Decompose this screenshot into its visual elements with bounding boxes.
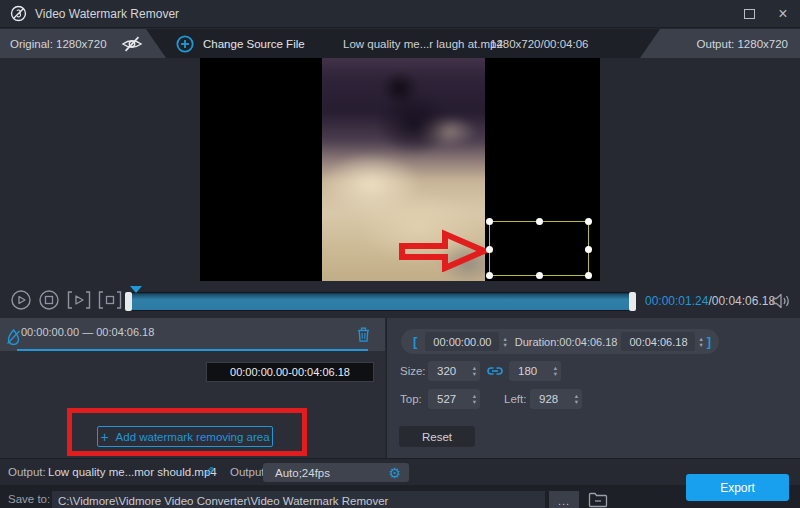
reset-button[interactable]: Reset	[399, 426, 475, 447]
start-time-stepper[interactable]: ▴ ▾	[503, 336, 506, 348]
hide-preview-eye-off-icon[interactable]	[121, 36, 143, 52]
selection-handle-ne[interactable]	[585, 218, 592, 225]
video-frame	[200, 58, 600, 281]
selection-handle-se[interactable]	[585, 272, 592, 279]
timeline-end-handle[interactable]	[629, 292, 636, 311]
bracket-close-icon: ]	[707, 334, 711, 349]
current-time: 00:00:01.24	[645, 294, 708, 308]
stepper-down-icon[interactable]: ▾	[473, 371, 476, 377]
left-label: Left:	[504, 393, 526, 405]
segment-time-range: 00:00:00.00 — 00:04:06.18	[21, 326, 154, 338]
timeline-track[interactable]	[125, 290, 636, 311]
watermark-remover-icon	[6, 329, 21, 345]
add-circle-icon	[176, 35, 194, 53]
stepper-down-icon[interactable]: ▾	[503, 342, 506, 348]
properties-panel: [ 00:00:00.00 ▴ ▾ Duration:00:04:06.18 0…	[386, 318, 800, 458]
rename-pencil-icon[interactable]: ✎	[200, 464, 215, 479]
left-input[interactable]: 928 ▴ ▾	[530, 389, 582, 409]
video-stage	[0, 58, 800, 281]
output-format-select[interactable]: Auto;24fps ⚙	[263, 463, 409, 482]
total-time: /00:04:06.18	[708, 294, 775, 308]
selection-handle-sw[interactable]	[486, 272, 493, 279]
time-display: 00:00:01.24/00:04:06.18	[645, 294, 775, 308]
volume-icon[interactable]	[771, 293, 791, 309]
source-file-info: 1280x720/00:04:06	[490, 29, 588, 58]
stepper-down-icon[interactable]: ▾	[473, 399, 476, 405]
segment-active-underline	[17, 349, 368, 351]
play-button[interactable]	[10, 289, 32, 311]
maximize-icon	[744, 9, 755, 19]
video-watermark-remover-window: Video Watermark Remover × Original: 1280…	[0, 0, 800, 508]
selection-handle-s[interactable]	[536, 272, 543, 279]
red-arrow-annotation	[398, 228, 490, 272]
close-button[interactable]: ×	[766, 0, 800, 28]
change-source-file-label: Change Source File	[203, 38, 305, 50]
height-input[interactable]: 180 ▴ ▾	[509, 361, 561, 381]
add-watermark-area-label: Add watermark removing area	[116, 431, 270, 443]
size-label: Size:	[400, 365, 426, 377]
stop-segment-button[interactable]	[97, 289, 123, 311]
output-resolution-tab: Output: 1280x720	[640, 29, 800, 58]
output-bar: Output: Low quality me...mor should.mp4 …	[0, 458, 800, 485]
play-segment-button[interactable]	[66, 289, 92, 311]
selection-handle-n[interactable]	[536, 218, 543, 225]
width-stepper[interactable]: ▴ ▾	[473, 365, 476, 377]
start-time-input[interactable]: 00:00:00.00	[425, 332, 499, 351]
output-file-name: Low quality me...mor should.mp4	[48, 466, 217, 478]
change-source-file-button[interactable]: Change Source File	[176, 29, 305, 58]
selection-handle-nw[interactable]	[486, 218, 493, 225]
title-bar: Video Watermark Remover ×	[0, 0, 800, 28]
plus-icon: +	[100, 430, 108, 444]
selection-handle-w[interactable]	[486, 246, 493, 253]
maximize-button[interactable]	[732, 0, 766, 28]
stop-button[interactable]	[38, 289, 60, 311]
selection-handle-e[interactable]	[585, 246, 592, 253]
stepper-down-icon[interactable]: ▾	[554, 371, 557, 377]
timeline-selected-range[interactable]	[132, 293, 629, 310]
stepper-down-icon[interactable]: ▾	[575, 399, 578, 405]
segment-tooltip: 00:00:00.00-00:04:06.18	[206, 362, 374, 382]
timeline-playhead[interactable]	[130, 286, 142, 293]
left-stepper[interactable]: ▴ ▾	[575, 393, 578, 405]
save-to-label: Save to:	[8, 493, 50, 505]
gear-icon[interactable]: ⚙	[388, 466, 401, 480]
link-ratio-icon[interactable]	[487, 364, 503, 378]
bracket-open-icon: [	[413, 334, 417, 349]
playback-bar: 00:00:01.24/00:04:06.18	[0, 281, 800, 318]
segment-row[interactable]: 00:00:00.00 — 00:04:06.18	[0, 318, 385, 351]
timeline-start-handle[interactable]	[125, 292, 132, 311]
top-label: Top:	[400, 393, 422, 405]
end-time-input[interactable]: 00:04:06.18	[621, 332, 695, 351]
save-path-input[interactable]: C:\Vidmore\Vidmore Video Converter\Video…	[52, 491, 545, 508]
height-stepper[interactable]: ▴ ▾	[554, 365, 557, 377]
app-title: Video Watermark Remover	[35, 7, 179, 21]
window-controls: ×	[732, 0, 800, 28]
original-resolution-tab: Original: 1280x720	[0, 29, 166, 58]
open-folder-icon[interactable]	[588, 492, 608, 508]
original-resolution-label: Original: 1280x720	[10, 38, 107, 50]
toolbar: Original: 1280x720 Change Source File Lo…	[0, 29, 800, 58]
add-watermark-area-button[interactable]: + Add watermark removing area	[97, 426, 273, 447]
app-logo-icon	[10, 5, 27, 22]
top-input[interactable]: 527 ▴ ▾	[428, 389, 480, 409]
delete-segment-trash-icon[interactable]	[356, 326, 371, 343]
close-icon: ×	[778, 6, 787, 22]
output-format-value: Auto;24fps	[263, 467, 388, 479]
top-stepper[interactable]: ▴ ▾	[473, 393, 476, 405]
browse-button[interactable]: ...	[549, 491, 579, 508]
segments-panel: 00:00:00.00 — 00:04:06.18 00:00:00.00-00…	[0, 318, 385, 458]
source-file-name: Low quality me...r laugh at.mp4	[343, 29, 503, 58]
watermark-selection-box[interactable]	[489, 221, 589, 276]
export-button[interactable]: Export	[686, 474, 789, 501]
stepper-down-icon[interactable]: ▾	[699, 342, 702, 348]
save-bar: Save to: C:\Vidmore\Vidmore Video Conver…	[0, 485, 800, 508]
trim-time-group: [ 00:00:00.00 ▴ ▾ Duration:00:04:06.18 0…	[401, 329, 719, 354]
duration-label: Duration:00:04:06.18	[515, 336, 618, 348]
width-input[interactable]: 320 ▴ ▾	[428, 361, 480, 381]
output-resolution-label: Output: 1280x720	[697, 38, 788, 50]
end-time-stepper[interactable]: ▴ ▾	[699, 336, 702, 348]
output-file-label: Output:	[8, 466, 46, 478]
